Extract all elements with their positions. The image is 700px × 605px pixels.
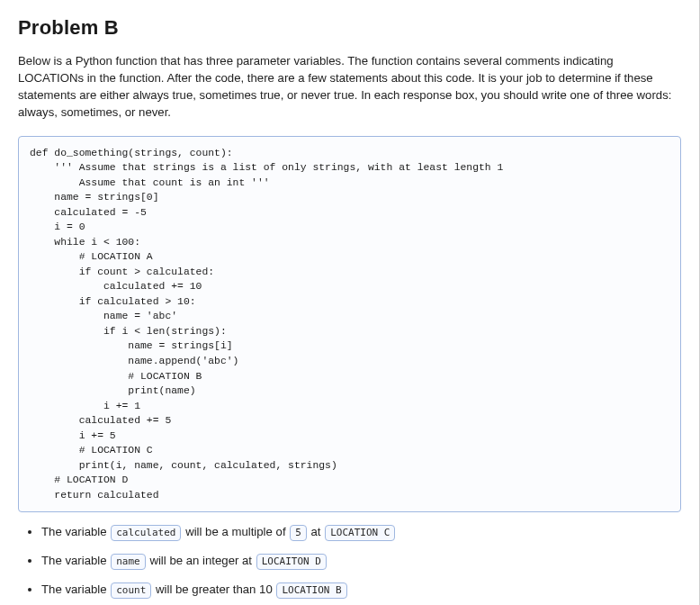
number-pill: 5 bbox=[290, 525, 307, 541]
statement-text: will be an integer at bbox=[147, 554, 256, 567]
problem-title: Problem B bbox=[18, 16, 681, 40]
statements-list: The variable calculated will be a multip… bbox=[23, 523, 681, 599]
list-item: The variable name will be an integer at … bbox=[41, 552, 681, 570]
list-item: The variable count will be greater than … bbox=[41, 581, 681, 599]
statement-text: will be a multiple of bbox=[182, 525, 289, 538]
statement-text: will be greater than 10 bbox=[152, 582, 275, 596]
code-block: def do_something(strings, count): ''' As… bbox=[18, 136, 681, 513]
statement-text: The variable bbox=[41, 582, 110, 596]
variable-pill: count bbox=[111, 582, 151, 599]
problem-description: Below is a Python function that has thre… bbox=[18, 52, 681, 122]
variable-pill: calculated bbox=[111, 525, 181, 541]
statement-text: at bbox=[308, 525, 324, 538]
variable-pill: name bbox=[111, 554, 146, 570]
location-pill: LOCATION B bbox=[276, 582, 346, 599]
list-item: The variable calculated will be a multip… bbox=[41, 523, 681, 541]
statement-text: The variable bbox=[41, 554, 110, 567]
location-pill: LOCAITON D bbox=[256, 554, 327, 570]
location-pill: LOCATION C bbox=[325, 525, 395, 541]
code-content: def do_something(strings, count): ''' As… bbox=[30, 146, 669, 503]
statement-text: The variable bbox=[41, 525, 110, 538]
